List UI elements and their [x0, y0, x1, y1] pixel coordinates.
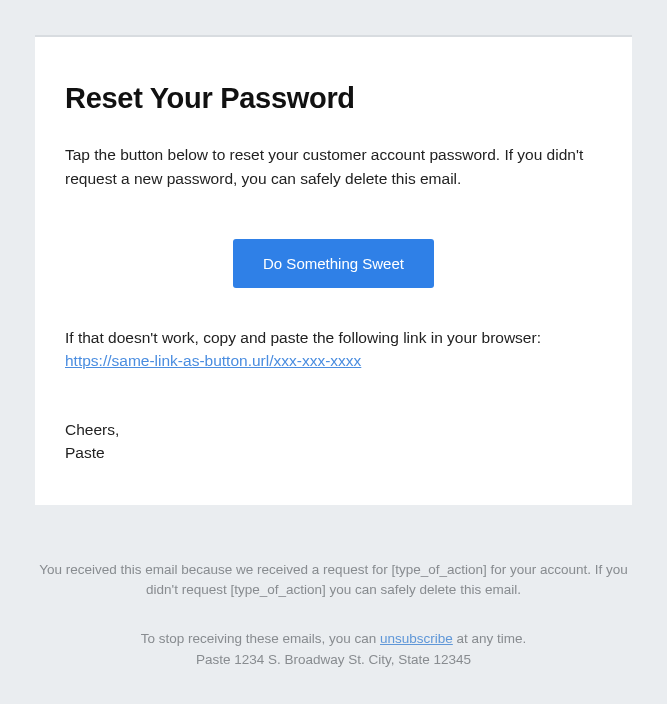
footer-unsubscribe-line: To stop receiving these emails, you can …	[35, 629, 632, 650]
signoff-name: Paste	[65, 441, 602, 464]
email-body: Tap the button below to reset your custo…	[65, 143, 602, 191]
unsubscribe-link[interactable]: unsubscribe	[380, 631, 453, 646]
signoff: Cheers, Paste	[65, 418, 602, 465]
fallback-link[interactable]: https://same-link-as-button.url/xxx-xxx-…	[65, 352, 361, 369]
signoff-greeting: Cheers,	[65, 418, 602, 441]
email-footer: You received this email because we recei…	[0, 505, 667, 672]
fallback-block: If that doesn't work, copy and paste the…	[65, 326, 602, 370]
email-wrapper: Reset Your Password Tap the button below…	[0, 0, 667, 505]
unsubscribe-suffix: at any time.	[453, 631, 527, 646]
footer-reason: You received this email because we recei…	[35, 560, 632, 602]
unsubscribe-prefix: To stop receiving these emails, you can	[141, 631, 380, 646]
footer-address: Paste 1234 S. Broadway St. City, State 1…	[35, 650, 632, 671]
cta-button[interactable]: Do Something Sweet	[233, 239, 434, 288]
email-card: Reset Your Password Tap the button below…	[35, 35, 632, 505]
fallback-prefix: If that doesn't work, copy and paste the…	[65, 326, 602, 350]
cta-button-wrap: Do Something Sweet	[65, 201, 602, 326]
email-heading: Reset Your Password	[65, 82, 602, 115]
